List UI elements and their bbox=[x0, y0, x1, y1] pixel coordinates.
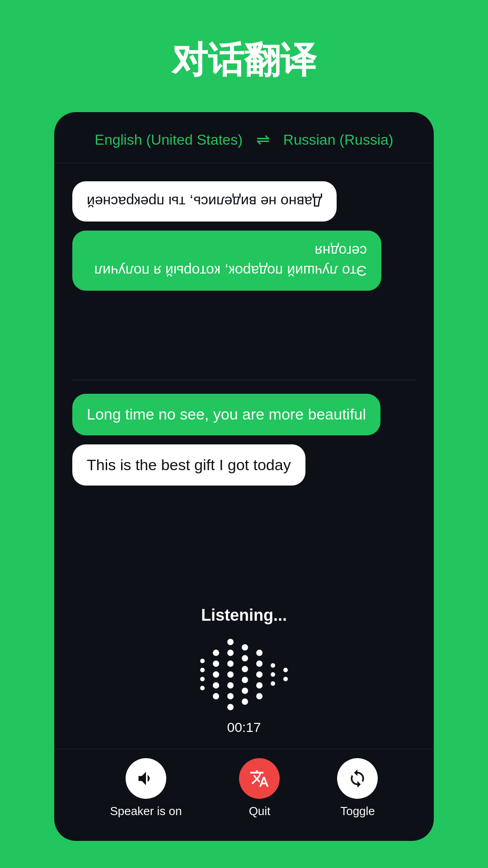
messages-divider bbox=[72, 380, 416, 380]
speaker-control: Speaker is on bbox=[110, 758, 182, 818]
timer: 00:17 bbox=[227, 720, 261, 735]
wave-dot bbox=[242, 644, 248, 651]
phone-card: English (United States) ⇌ Russian (Russi… bbox=[54, 112, 434, 841]
listening-section: Listening... bbox=[54, 597, 434, 749]
toggle-icon bbox=[347, 769, 367, 788]
flipped-messages-area: Это лучший подарок, который я получил се… bbox=[72, 172, 416, 375]
wave-dot bbox=[271, 681, 275, 686]
wave-dot bbox=[227, 682, 234, 689]
wave-dot bbox=[283, 677, 288, 681]
list-item: Long time no see, you are more beautiful bbox=[72, 394, 380, 435]
wave-dot bbox=[256, 660, 263, 667]
list-item: This is the best gift I got today bbox=[72, 444, 305, 486]
wave-col-7 bbox=[283, 668, 288, 681]
speaker-icon bbox=[136, 769, 156, 788]
bottom-controls: Speaker is on Quit Toggle bbox=[54, 749, 434, 841]
wave-dot bbox=[271, 672, 275, 677]
wave-dot bbox=[242, 655, 248, 661]
quit-control: Quit bbox=[239, 758, 280, 818]
wave-col-5 bbox=[256, 650, 263, 699]
wave-col-6 bbox=[271, 663, 275, 686]
wave-dot bbox=[213, 671, 219, 678]
listening-label: Listening... bbox=[201, 606, 287, 625]
language-left[interactable]: English (United States) bbox=[95, 132, 243, 148]
wave-dot bbox=[227, 660, 234, 667]
wave-dot bbox=[227, 693, 234, 699]
wave-dot bbox=[242, 677, 248, 683]
list-item: Это лучший подарок, который я получил се… bbox=[72, 231, 381, 291]
wave-dot bbox=[227, 671, 234, 678]
wave-dot bbox=[227, 650, 234, 656]
wave-dot bbox=[256, 693, 263, 699]
quit-label: Quit bbox=[249, 804, 271, 818]
wave-col-2 bbox=[213, 650, 219, 699]
wave-dot bbox=[242, 698, 248, 705]
wave-dot bbox=[242, 666, 248, 672]
wave-dot bbox=[271, 663, 275, 668]
wave-col-3 bbox=[227, 639, 234, 710]
wave-dot bbox=[283, 668, 288, 672]
wave-dot bbox=[200, 659, 205, 663]
language-header: English (United States) ⇌ Russian (Russi… bbox=[54, 112, 434, 163]
wave-dot bbox=[200, 686, 205, 690]
toggle-button[interactable] bbox=[337, 758, 378, 799]
wave-dot bbox=[256, 650, 263, 656]
wave-dot bbox=[213, 682, 219, 689]
toggle-control: Toggle bbox=[337, 758, 378, 818]
swap-icon[interactable]: ⇌ bbox=[256, 130, 270, 149]
app-title: 对话翻译 bbox=[172, 36, 316, 85]
toggle-label: Toggle bbox=[340, 804, 375, 818]
wave-dot bbox=[213, 650, 219, 656]
wave-dot bbox=[256, 682, 263, 689]
wave-dot bbox=[242, 688, 248, 694]
translate-icon bbox=[249, 769, 269, 788]
wave-dot bbox=[227, 704, 234, 710]
waveform bbox=[200, 638, 288, 711]
wave-col-1 bbox=[200, 659, 205, 690]
language-right[interactable]: Russian (Russia) bbox=[283, 132, 394, 148]
wave-dot bbox=[200, 668, 205, 672]
wave-dot bbox=[256, 671, 263, 678]
speaker-label: Speaker is on bbox=[110, 804, 182, 818]
quit-button[interactable] bbox=[239, 758, 280, 799]
list-item: Давно не виделись, ты прекрасней bbox=[72, 181, 337, 222]
wave-dot bbox=[200, 677, 205, 681]
wave-dot bbox=[213, 693, 219, 699]
wave-col-4 bbox=[242, 644, 248, 705]
normal-messages-area: Long time no see, you are more beautiful… bbox=[72, 385, 416, 588]
chat-area: Это лучший подарок, который я получил се… bbox=[54, 163, 434, 597]
wave-dot bbox=[227, 639, 234, 645]
speaker-button[interactable] bbox=[126, 758, 166, 799]
wave-dot bbox=[213, 660, 219, 667]
